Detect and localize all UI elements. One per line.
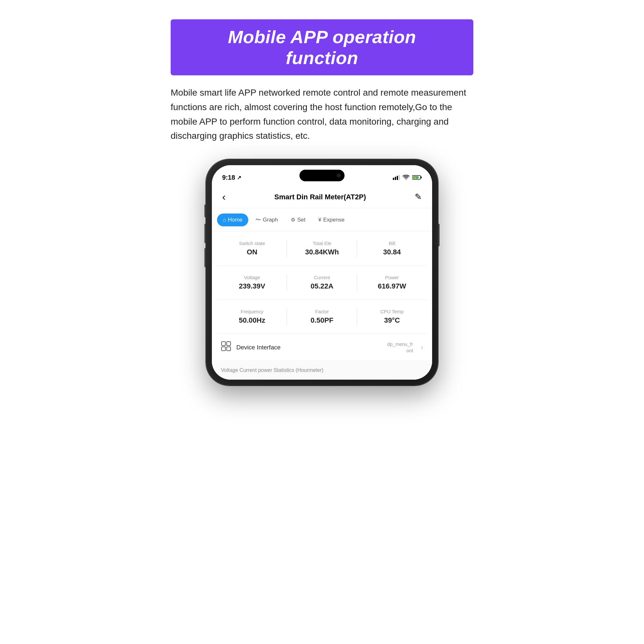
frequency-value: 50.00Hz <box>239 316 265 325</box>
status-icons: ⚡ <box>393 175 422 180</box>
factor-value: 0.50PF <box>311 316 334 325</box>
bottom-row: Voltage Current power Statistics (Hourme… <box>212 361 432 380</box>
volume-up-button <box>204 224 206 243</box>
device-interface-row[interactable]: Device Interface dp_menu_front › <box>212 334 432 361</box>
svg-rect-3 <box>399 175 400 180</box>
tab-home-label: Home <box>228 217 242 223</box>
voltage-value: 239.39V <box>239 282 265 290</box>
home-icon: ⌂ <box>223 217 226 223</box>
tabs-bar: ⌂ Home 〜 Graph ⚙ Set ¥ Expense <box>212 208 432 232</box>
volume-down-button <box>204 248 206 267</box>
tab-graph[interactable]: 〜 Graph <box>250 213 284 227</box>
tab-graph-label: Graph <box>263 217 278 223</box>
banner-title: Mobile APP operation function <box>228 27 416 68</box>
metrics-container: Switch state ON Total Ele 30.84KWh Bill … <box>212 232 432 334</box>
svg-rect-10 <box>222 347 225 351</box>
location-icon: ↗ <box>237 175 241 181</box>
chevron-right-icon: › <box>421 343 423 352</box>
mute-button <box>204 204 206 217</box>
page-wrapper: Mobile APP operation function Mobile sma… <box>145 0 499 405</box>
metric-factor: Factor 0.50PF <box>287 306 357 327</box>
switch-state-label: Switch state <box>239 241 265 246</box>
dynamic-island <box>299 170 345 181</box>
phone-mockup: 9:18 ↗ <box>206 159 438 385</box>
device-interface-icon <box>221 341 231 354</box>
metric-frequency: Frequency 50.00Hz <box>217 306 287 327</box>
settings-icon: ⚙ <box>291 217 295 223</box>
total-ele-label: Total Ele <box>313 241 331 246</box>
svg-rect-1 <box>395 177 396 180</box>
svg-rect-0 <box>393 178 394 180</box>
metric-cpu-temp: CPU Temp 39°C <box>357 306 427 327</box>
back-button[interactable]: ‹ <box>222 191 226 203</box>
svg-rect-9 <box>227 342 231 346</box>
metric-bill: Bill 30.84 <box>357 238 427 259</box>
device-dp-label: dp_menu_front <box>387 341 413 354</box>
description-text: Mobile smart life APP networked remote c… <box>171 86 473 143</box>
power-label: Power <box>385 275 399 280</box>
svg-rect-8 <box>222 342 225 346</box>
bottom-label: Voltage Current power Statistics (Hourme… <box>221 367 323 373</box>
metrics-row-1: Switch state ON Total Ele 30.84KWh Bill … <box>217 232 427 266</box>
metrics-row-2: Voltage 239.39V Current 05.22A Power 616… <box>217 266 427 300</box>
svg-rect-11 <box>227 347 231 351</box>
phone-screen: 9:18 ↗ <box>212 165 432 380</box>
tab-expense-label: Expense <box>323 217 345 223</box>
metric-voltage: Voltage 239.39V <box>217 272 287 293</box>
wifi-icon <box>403 175 410 180</box>
app-header: ‹ Smart Din Rail Meter(AT2P) ✎ <box>212 185 432 208</box>
edit-button[interactable]: ✎ <box>415 192 422 202</box>
status-time: 9:18 ↗ <box>222 174 241 181</box>
expense-icon: ¥ <box>318 217 321 223</box>
switch-state-value: ON <box>247 248 257 256</box>
svg-text:⚡: ⚡ <box>414 176 417 179</box>
factor-label: Factor <box>315 309 329 314</box>
power-button <box>438 224 440 246</box>
app-title: Smart Din Rail Meter(AT2P) <box>274 193 366 201</box>
svg-rect-5 <box>421 176 422 178</box>
header-banner: Mobile APP operation function <box>171 19 473 75</box>
frequency-label: Frequency <box>241 309 263 314</box>
status-bar: 9:18 ↗ <box>212 165 432 185</box>
cpu-temp-label: CPU Temp <box>380 309 403 314</box>
app-content: ‹ Smart Din Rail Meter(AT2P) ✎ ⌂ Home 〜 … <box>212 185 432 380</box>
power-value: 616.97W <box>378 282 406 290</box>
voltage-label: Voltage <box>244 275 260 280</box>
camera-dot <box>337 174 341 177</box>
tab-set[interactable]: ⚙ Set <box>285 213 311 226</box>
battery-icon: ⚡ <box>412 175 422 180</box>
tab-set-label: Set <box>297 217 306 223</box>
total-ele-value: 30.84KWh <box>305 248 339 256</box>
current-label: Current <box>314 275 330 280</box>
metric-current: Current 05.22A <box>287 272 357 293</box>
tab-expense[interactable]: ¥ Expense <box>313 213 350 226</box>
metrics-row-3: Frequency 50.00Hz Factor 0.50PF CPU Temp… <box>217 300 427 334</box>
tab-home[interactable]: ⌂ Home <box>217 213 248 226</box>
metric-power: Power 616.97W <box>357 272 427 293</box>
cpu-temp-value: 39°C <box>384 316 400 325</box>
svg-rect-2 <box>397 176 398 180</box>
current-value: 05.22A <box>311 282 334 290</box>
bill-value: 30.84 <box>383 248 401 256</box>
device-interface-label: Device Interface <box>236 344 382 351</box>
metric-total-ele: Total Ele 30.84KWh <box>287 238 357 259</box>
signal-icon <box>393 175 400 180</box>
bill-label: Bill <box>389 241 395 246</box>
graph-icon: 〜 <box>255 216 261 223</box>
metric-switch-state: Switch state ON <box>217 238 287 259</box>
